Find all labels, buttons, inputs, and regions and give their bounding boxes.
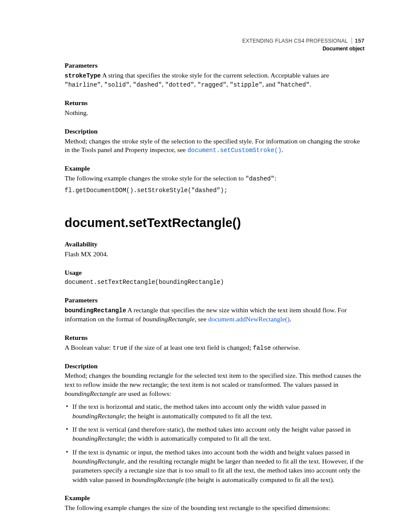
val-hairline: "hairline" (65, 81, 101, 88)
method-title: document.setTextRectangle() (65, 215, 364, 231)
description-heading: Description (65, 127, 364, 136)
page: EXTENDING FLASH CS4 PROFESSIONAL 157 Doc… (0, 0, 411, 532)
parameters-body-2: boundingRectangle A rectangle that speci… (65, 306, 364, 324)
parameters-heading-2: Parameters (65, 296, 364, 305)
example-intro: The following example changes the stroke… (65, 174, 364, 183)
val-stipple: "stipple" (230, 81, 262, 88)
code-block: fl.getDocumentDOM().setStrokeStyle("dash… (65, 187, 364, 195)
availability-heading: Availability (65, 240, 364, 249)
example-heading: Example (65, 164, 364, 173)
val-hatched: "hatched" (277, 81, 310, 88)
running-header: EXTENDING FLASH CS4 PROFESSIONAL 157 Doc… (242, 37, 364, 52)
parameters-heading: Parameters (65, 61, 364, 70)
page-number: 157 (352, 37, 364, 44)
val-dashed: "dashed" (133, 81, 162, 88)
availability-body: Flash MX 2004. (65, 250, 364, 259)
returns-body-2: A Boolean value: true if the size of at … (65, 343, 364, 352)
val-dotted: "dotted" (165, 81, 194, 88)
example-body-2: The following example changes the size o… (65, 504, 364, 513)
description-heading-2: Description (65, 362, 364, 371)
param-name: strokeType (65, 72, 101, 79)
param-name-2: boundingRectangle (65, 307, 126, 314)
list-item: If the text is dynamic or input, the met… (65, 448, 364, 485)
description-body-2: Method; changes the bounding rectangle f… (65, 371, 364, 398)
list-item: If the text is horizontal and static, th… (65, 402, 364, 420)
description-body: Method; changes the stroke style of the … (65, 137, 364, 155)
returns-heading-2: Returns (65, 333, 364, 342)
bullet-list: If the text is horizontal and static, th… (65, 402, 364, 484)
list-item: If the text is vertical (and therefore s… (65, 425, 364, 443)
parameters-body: strokeType A string that specifies the s… (65, 71, 364, 89)
usage-heading: Usage (65, 268, 364, 277)
doc-title: EXTENDING FLASH CS4 PROFESSIONAL (242, 38, 348, 44)
param-text: A string that specifies the stroke style… (101, 72, 329, 79)
header-section: Document object (242, 45, 364, 52)
header-line1: EXTENDING FLASH CS4 PROFESSIONAL 157 (242, 37, 364, 45)
val-solid: "solid" (104, 81, 130, 88)
link-addnewrectangle[interactable]: document.addNewRectangle() (208, 315, 290, 323)
content: Parameters strokeType A string that spec… (65, 61, 364, 513)
val-ragged: "ragged" (197, 81, 226, 88)
returns-body: Nothing. (65, 109, 364, 118)
example-heading-2: Example (65, 494, 364, 503)
returns-heading: Returns (65, 99, 364, 108)
link-setcustomstroke[interactable]: document.setCustomStroke() (187, 147, 281, 154)
usage-code: document.setTextRectangle(boundingRectan… (65, 278, 364, 286)
